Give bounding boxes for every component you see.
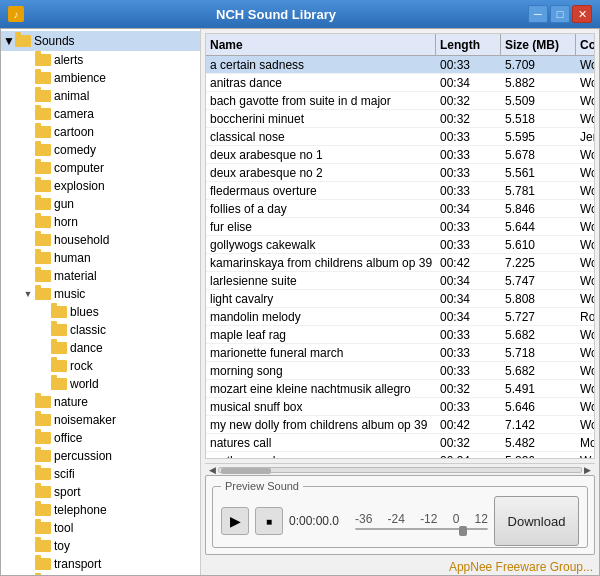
- sidebar-item-comedy[interactable]: comedy: [1, 141, 200, 159]
- sidebar-item-rock[interactable]: rock: [1, 357, 200, 375]
- table-row[interactable]: follies of a day00:345.846Worldwi: [206, 200, 594, 218]
- right-panel: Name Length Size (MB) Compos▲ a certain …: [201, 29, 599, 575]
- scroll-left-btn[interactable]: ◀: [207, 465, 218, 475]
- table-row[interactable]: my new dolly from childrens album op 390…: [206, 416, 594, 434]
- sidebar-item-gun[interactable]: gun: [1, 195, 200, 213]
- sidebar-item-alerts[interactable]: alerts: [1, 51, 200, 69]
- vol-thumb[interactable]: [459, 526, 467, 536]
- table-row[interactable]: larlesienne suite00:345.747Worldwi: [206, 272, 594, 290]
- cell-size: 5.561: [501, 164, 576, 181]
- sidebar-item-camera[interactable]: camera: [1, 105, 200, 123]
- table-row[interactable]: on the canals00:345.826Worldwi: [206, 452, 594, 458]
- sidebar-item-horn[interactable]: horn: [1, 213, 200, 231]
- cell-size: 5.678: [501, 146, 576, 163]
- preview-controls: ▶ ■ 0:00:00.0 -36 -24 -12 0 12: [221, 496, 579, 546]
- sidebar-item-blues[interactable]: blues: [1, 303, 200, 321]
- close-button[interactable]: ✕: [572, 5, 592, 23]
- sidebar-item-scifi[interactable]: scifi: [1, 465, 200, 483]
- table-row[interactable]: deux arabesque no 100:335.678Worldwi: [206, 146, 594, 164]
- sidebar-item-human[interactable]: human: [1, 249, 200, 267]
- minimize-button[interactable]: ─: [528, 5, 548, 23]
- scroll-right-btn[interactable]: ▶: [582, 465, 593, 475]
- table-row[interactable]: kamarinskaya from childrens album op 390…: [206, 254, 594, 272]
- sidebar-item-noisemaker[interactable]: noisemaker: [1, 411, 200, 429]
- maximize-button[interactable]: □: [550, 5, 570, 23]
- th-name[interactable]: Name: [206, 34, 436, 55]
- sidebar-label-tool: tool: [54, 521, 73, 535]
- table-row[interactable]: marionette funeral march00:335.718Worldw…: [206, 344, 594, 362]
- sidebar-item-tool[interactable]: tool: [1, 519, 200, 537]
- sidebar-item-music[interactable]: ▼music: [1, 285, 200, 303]
- sidebar-item-nature[interactable]: nature: [1, 393, 200, 411]
- table-row[interactable]: morning song00:335.682Worldwi: [206, 362, 594, 380]
- table-row[interactable]: light cavalry00:345.808Worldwi: [206, 290, 594, 308]
- th-size[interactable]: Size (MB): [501, 34, 576, 55]
- sidebar-item-sport[interactable]: sport: [1, 483, 200, 501]
- expand-icon: [21, 251, 35, 265]
- cell-composer: Worldwi: [576, 254, 594, 271]
- sidebar-item-toy[interactable]: toy: [1, 537, 200, 555]
- sidebar-item-computer[interactable]: computer: [1, 159, 200, 177]
- table-row[interactable]: maple leaf rag00:335.682Worldwi: [206, 326, 594, 344]
- table-row[interactable]: fur elise00:335.644Worldwi: [206, 218, 594, 236]
- sidebar-item-world[interactable]: world: [1, 375, 200, 393]
- table-row[interactable]: fledermaus overture00:335.781Worldwi: [206, 182, 594, 200]
- cell-length: 00:32: [436, 380, 501, 397]
- table-row[interactable]: a certain sadness00:335.709Worldwi: [206, 56, 594, 74]
- table-row[interactable]: boccherini minuet00:325.518Worldwi: [206, 110, 594, 128]
- table-row[interactable]: bach gavotte from suite in d major00:325…: [206, 92, 594, 110]
- vol-track[interactable]: [355, 528, 488, 530]
- table-row[interactable]: musical snuff box00:335.646Worldwi: [206, 398, 594, 416]
- expand-icon: [37, 377, 51, 391]
- sidebar-item-classic[interactable]: classic: [1, 321, 200, 339]
- table-row[interactable]: classical nose00:335.595Jerrold: [206, 128, 594, 146]
- folder-icon-ambience: [35, 72, 51, 84]
- sidebar-item-animal[interactable]: animal: [1, 87, 200, 105]
- sidebar-root[interactable]: ▼ Sounds: [1, 31, 200, 51]
- cell-size: 5.509: [501, 92, 576, 109]
- play-button[interactable]: ▶: [221, 507, 249, 535]
- expand-icon: [21, 521, 35, 535]
- sidebar-label-animal: animal: [54, 89, 89, 103]
- expand-icon: [21, 197, 35, 211]
- sidebar-item-office[interactable]: office: [1, 429, 200, 447]
- sidebar-item-transport[interactable]: transport: [1, 555, 200, 573]
- folder-icon-explosion: [35, 180, 51, 192]
- cell-composer: Worldwi: [576, 92, 594, 109]
- sidebar-item-cartoon[interactable]: cartoon: [1, 123, 200, 141]
- cell-composer: Worldwi: [576, 110, 594, 127]
- cell-size: 5.747: [501, 272, 576, 289]
- preview-panel: Preview Sound ▶ ■ 0:00:00.0 -36 -24 -12 …: [205, 475, 595, 555]
- sidebar-item-percussion[interactable]: percussion: [1, 447, 200, 465]
- h-track[interactable]: [218, 467, 582, 473]
- table-row[interactable]: natures call00:325.482Montel E: [206, 434, 594, 452]
- sidebar-item-whip[interactable]: whip: [1, 573, 200, 575]
- cell-size: 5.646: [501, 398, 576, 415]
- table-row[interactable]: deux arabesque no 200:335.561Worldwi: [206, 164, 594, 182]
- download-button[interactable]: Download: [494, 496, 579, 546]
- folder-icon-dance: [51, 342, 67, 354]
- sidebar-item-telephone[interactable]: telephone: [1, 501, 200, 519]
- h-thumb: [221, 468, 271, 474]
- cell-name: follies of a day: [206, 200, 436, 217]
- table-scroll[interactable]: a certain sadness00:335.709Worldwianitra…: [206, 56, 594, 458]
- expand-icon: [21, 557, 35, 571]
- folder-icon-office: [35, 432, 51, 444]
- sidebar-item-ambience[interactable]: ambience: [1, 69, 200, 87]
- sidebar-item-explosion[interactable]: explosion: [1, 177, 200, 195]
- volume-labels: -36 -24 -12 0 12: [355, 512, 488, 526]
- table-row[interactable]: gollywogs cakewalk00:335.610Worldwi: [206, 236, 594, 254]
- table-row[interactable]: mozart eine kleine nachtmusik allegro00:…: [206, 380, 594, 398]
- th-length[interactable]: Length: [436, 34, 501, 55]
- sidebar-item-household[interactable]: household: [1, 231, 200, 249]
- table-row[interactable]: mandolin melody00:345.727Roland: [206, 308, 594, 326]
- sidebar-item-material[interactable]: material: [1, 267, 200, 285]
- h-scrollbar[interactable]: ◀ ▶: [205, 463, 595, 475]
- th-composer[interactable]: Compos▲: [576, 34, 594, 55]
- sidebar-item-dance[interactable]: dance: [1, 339, 200, 357]
- cell-name: anitras dance: [206, 74, 436, 91]
- table-row[interactable]: anitras dance00:345.882Worldwi: [206, 74, 594, 92]
- stop-button[interactable]: ■: [255, 507, 283, 535]
- cell-length: 00:33: [436, 362, 501, 379]
- sidebar-label-music: music: [54, 287, 85, 301]
